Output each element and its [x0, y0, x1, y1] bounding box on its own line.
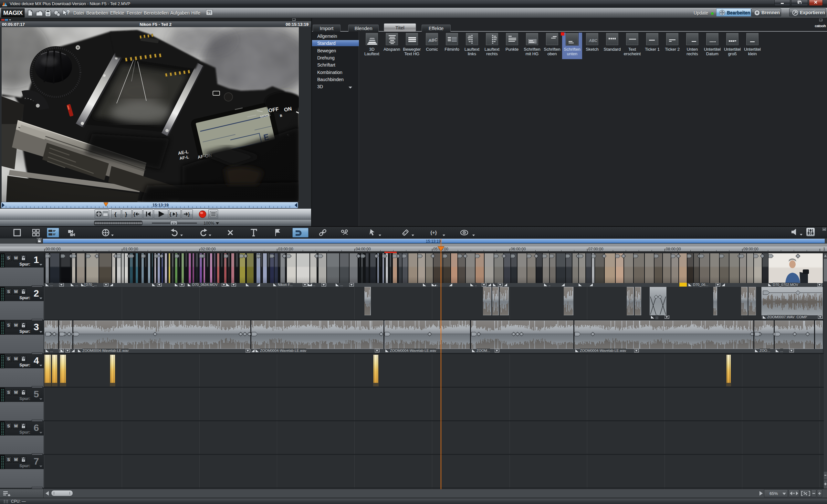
svg-text:15:13:19: 15:13:19	[152, 203, 168, 207]
svg-text:?: ?	[66, 10, 70, 15]
svg-text:?!: ?!	[207, 10, 211, 15]
svg-text:catooh: catooh	[815, 24, 826, 28]
svg-text:08:00:00: 08:00:00	[666, 247, 681, 251]
svg-text:03:00:00: 03:00:00	[278, 247, 293, 251]
svg-text:07:00:00: 07:00:00	[588, 247, 603, 251]
svg-text:00:00:00: 00:00:00	[46, 247, 61, 251]
svg-text:ABC: ABC	[428, 37, 438, 43]
svg-text:}: }	[125, 211, 127, 217]
svg-text:04:00:00: 04:00:00	[356, 247, 371, 251]
svg-text:{: {	[134, 211, 135, 217]
svg-text:1: 1	[823, 247, 825, 251]
svg-text:}: }	[188, 212, 190, 217]
svg-text:{: {	[114, 211, 116, 217]
svg-text:09:00:00: 09:00:00	[743, 247, 759, 251]
svg-text:}: }	[176, 212, 178, 217]
svg-text:{+}: {+}	[430, 230, 437, 235]
svg-text:06:00:00: 06:00:00	[511, 247, 526, 251]
svg-text:ABC: ABC	[589, 39, 597, 43]
svg-text:02:00:00: 02:00:00	[201, 247, 216, 251]
svg-text:01:00:00: 01:00:00	[123, 247, 138, 251]
svg-text:{: {	[169, 212, 172, 217]
